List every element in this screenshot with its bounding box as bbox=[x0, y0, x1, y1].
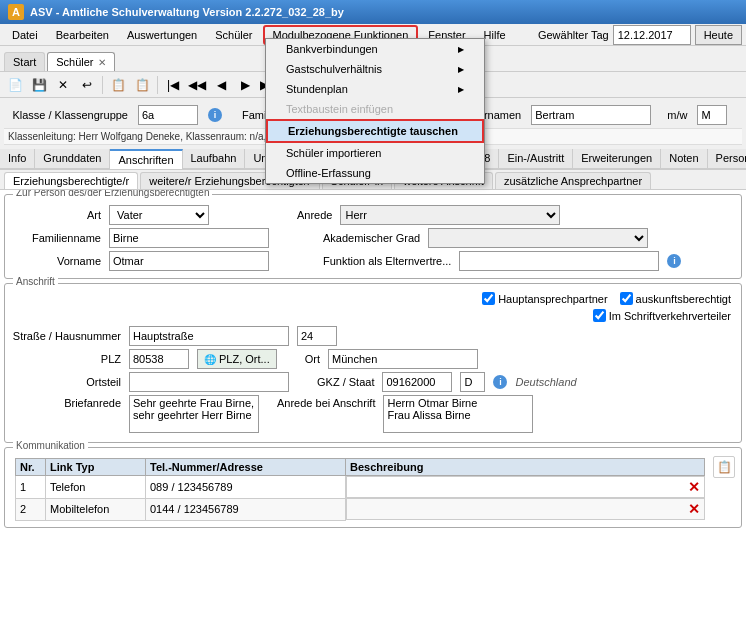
outer-tabs: Start Schüler ✕ bbox=[0, 46, 746, 72]
main-tab-person[interactable]: Person bbox=[708, 149, 746, 169]
anrede-bei-textarea[interactable]: Herrn Otmar Birne Frau Alissa Birne bbox=[383, 395, 533, 433]
anrede-label: Anrede bbox=[297, 209, 332, 221]
main-tab-noten[interactable]: Noten bbox=[661, 149, 707, 169]
main-tab-einaustritt[interactable]: Ein-/Austritt bbox=[499, 149, 573, 169]
row1-delete-icon[interactable]: ✕ bbox=[688, 479, 700, 495]
tab-schueler[interactable]: Schüler ✕ bbox=[47, 52, 114, 71]
sep3 bbox=[308, 76, 309, 94]
main-tab-gastschul[interactable]: Gastschulgenehmigung bbox=[310, 149, 443, 169]
sub-tab-schueler[interactable]: Schüler/-in bbox=[322, 172, 393, 189]
title-text: ASV - Amtliche Schulverwaltung Version 2… bbox=[30, 6, 344, 18]
table-row: 1 Telefon 089 / 123456789 ✕ bbox=[16, 476, 705, 499]
btn-new[interactable]: 📄 bbox=[4, 74, 26, 96]
haupt-checkbox-label[interactable]: Hauptansprechpartner bbox=[482, 292, 607, 305]
haupt-checkbox[interactable] bbox=[482, 292, 495, 305]
main-tab-anschriften[interactable]: Anschriften bbox=[110, 149, 182, 169]
btn-copy[interactable]: 📋 bbox=[107, 74, 129, 96]
sep1 bbox=[102, 76, 103, 94]
art-select[interactable]: VaterMutterElternVormund bbox=[109, 205, 209, 225]
btn-undo[interactable]: ↩ bbox=[76, 74, 98, 96]
brief-textarea[interactable]: Sehr geehrte Frau Birne, sehr geehrter H… bbox=[129, 395, 259, 433]
strasse-input[interactable] bbox=[129, 326, 289, 346]
sub-tab-weitere[interactable]: weitere Anschrift bbox=[394, 172, 493, 189]
erz-vorname-input[interactable] bbox=[109, 251, 269, 271]
ort-input[interactable] bbox=[328, 349, 478, 369]
main-tab-erweiterungen[interactable]: Erweiterungen bbox=[573, 149, 661, 169]
kommunikation-fieldset: Kommunikation Nr. Link Typ Tel.-Nummer/A… bbox=[4, 447, 742, 528]
sub-tab-erz2[interactable]: weitere/r Erziehungsberechtigte/r bbox=[140, 172, 319, 189]
mw-input[interactable] bbox=[697, 105, 727, 125]
familien-input[interactable] bbox=[321, 105, 441, 125]
row1-value: 089 / 123456789 bbox=[146, 476, 346, 499]
menu-bar: Datei Bearbeiten Auswertungen Schüler Mo… bbox=[0, 24, 746, 46]
sub-tabs: Erziehungsberechtigte/r weitere/r Erzieh… bbox=[0, 170, 746, 190]
menu-schueler[interactable]: Schüler bbox=[207, 27, 260, 43]
col-nr: Nr. bbox=[16, 459, 46, 476]
date-input[interactable] bbox=[613, 25, 691, 45]
btn-extra3[interactable]: 📊 bbox=[385, 74, 407, 96]
auskunft-checkbox-label[interactable]: auskunftsberechtigt bbox=[620, 292, 731, 305]
add-row-button[interactable]: 📋 bbox=[713, 456, 735, 478]
gkz-info-icon[interactable]: i bbox=[493, 375, 507, 389]
btn-extra1[interactable]: 👤 bbox=[337, 74, 359, 96]
student-form: Klasse / Klassengruppe i Familienname Vo… bbox=[0, 98, 746, 149]
main-tab-year[interactable]: 2017/18 bbox=[443, 149, 500, 169]
strasse-label: Straße / Hausnummer bbox=[11, 330, 121, 342]
sub-tab-zusaetzlich[interactable]: zusätzliche Ansprechpartner bbox=[495, 172, 651, 189]
menu-modulbezogene[interactable]: Modulbezogene Funktionen bbox=[263, 25, 419, 45]
table-row: 2 Mobiltelefon 0144 / 123456789 ✕ bbox=[16, 498, 705, 520]
schrift-label: Im Schriftverkehrverteiler bbox=[609, 310, 731, 322]
main-tab-unterricht[interactable]: Unterricht bbox=[245, 149, 310, 169]
btn-last[interactable]: ▶| bbox=[282, 74, 304, 96]
btn-info[interactable]: ℹ bbox=[313, 74, 335, 96]
haupt-label: Hauptansprechpartner bbox=[498, 293, 607, 305]
schrift-checkbox[interactable] bbox=[593, 309, 606, 322]
btn-next[interactable]: ▶ bbox=[234, 74, 256, 96]
funktion-info-icon[interactable]: i bbox=[667, 254, 681, 268]
btn-extra2[interactable]: 🔍 bbox=[361, 74, 383, 96]
vorname-input[interactable] bbox=[531, 105, 651, 125]
row2-delete-icon[interactable]: ✕ bbox=[688, 501, 700, 517]
anschrift-legend: Anschrift bbox=[13, 276, 58, 287]
staat-input[interactable] bbox=[460, 372, 485, 392]
menu-hilfe[interactable]: Hilfe bbox=[476, 27, 514, 43]
btn-first[interactable]: |◀ bbox=[162, 74, 184, 96]
main-tab-info[interactable]: Info bbox=[0, 149, 35, 169]
erz-familien-input[interactable] bbox=[109, 228, 269, 248]
plz-input[interactable] bbox=[129, 349, 189, 369]
app-icon: A bbox=[8, 4, 24, 20]
klasse-input[interactable] bbox=[138, 105, 198, 125]
menu-fenster[interactable]: Fenster bbox=[420, 27, 473, 43]
btn-next2[interactable]: ▶▶ bbox=[258, 74, 280, 96]
btn-prev2[interactable]: ◀◀ bbox=[186, 74, 208, 96]
tab-start[interactable]: Start bbox=[4, 52, 45, 71]
col-typ: Link Typ bbox=[46, 459, 146, 476]
main-tab-laufbahn[interactable]: Laufbahn bbox=[183, 149, 246, 169]
schrift-checkbox-label[interactable]: Im Schriftverkehrverteiler bbox=[593, 309, 731, 322]
btn-prev[interactable]: ◀ bbox=[210, 74, 232, 96]
gkz-input[interactable] bbox=[382, 372, 452, 392]
row1-typ: Telefon bbox=[46, 476, 146, 499]
menu-bearbeiten[interactable]: Bearbeiten bbox=[48, 27, 117, 43]
klasse-info-icon[interactable]: i bbox=[208, 108, 222, 122]
btn-delete[interactable]: ✕ bbox=[52, 74, 74, 96]
heute-button[interactable]: Heute bbox=[695, 25, 742, 45]
btn-extra4[interactable]: 📁 bbox=[409, 74, 431, 96]
sub-tab-erz1[interactable]: Erziehungsberechtigte/r bbox=[4, 172, 138, 189]
btn-extra5[interactable]: 🔒 bbox=[433, 74, 455, 96]
kommunikation-legend: Kommunikation bbox=[13, 440, 88, 451]
akadem-select[interactable] bbox=[428, 228, 648, 248]
menu-datei[interactable]: Datei bbox=[4, 27, 46, 43]
plz-button[interactable]: 🌐 PLZ, Ort... bbox=[197, 349, 277, 369]
anrede-select[interactable]: HerrFrau bbox=[340, 205, 560, 225]
auskunft-checkbox[interactable] bbox=[620, 292, 633, 305]
row2-typ: Mobiltelefon bbox=[46, 498, 146, 520]
btn-paste[interactable]: 📋 bbox=[131, 74, 153, 96]
menu-auswertungen[interactable]: Auswertungen bbox=[119, 27, 205, 43]
funktion-input[interactable] bbox=[459, 251, 659, 271]
btn-save[interactable]: 💾 bbox=[28, 74, 50, 96]
main-tab-grunddaten[interactable]: Grunddaten bbox=[35, 149, 110, 169]
ortsteil-input[interactable] bbox=[129, 372, 289, 392]
hausnr-input[interactable] bbox=[297, 326, 337, 346]
tab-schueler-close[interactable]: ✕ bbox=[98, 57, 106, 68]
